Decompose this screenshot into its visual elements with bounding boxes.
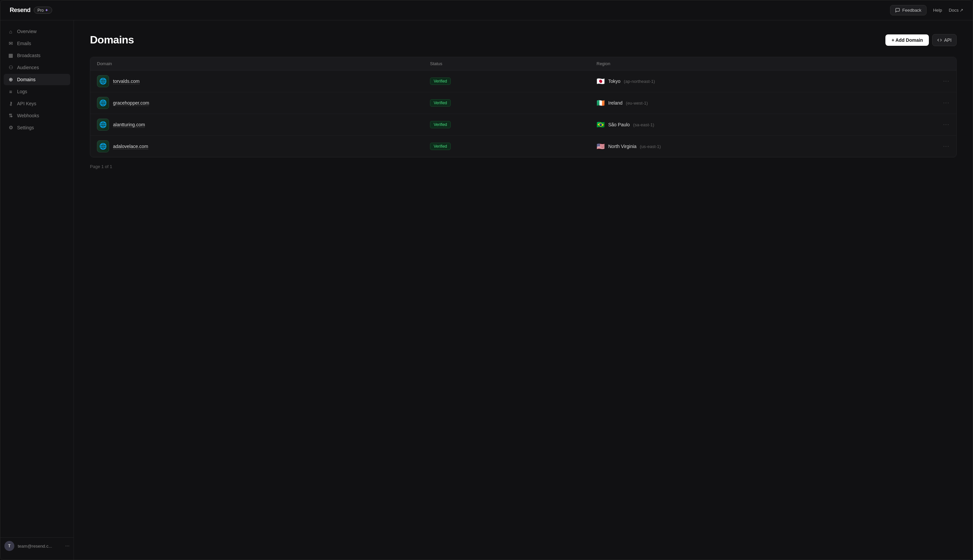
col-status: Status xyxy=(430,61,597,66)
flag-icon: 🇮🇪 xyxy=(597,99,605,107)
table-row[interactable]: 🌐 adalovelace.com Verified 🇺🇸 North Virg… xyxy=(90,136,956,157)
feedback-button[interactable]: Feedback xyxy=(890,5,926,15)
region-cell: 🇯🇵 Tokyo (ap-northeast-1) xyxy=(597,77,930,85)
sidebar-item-label: Webhooks xyxy=(17,113,39,118)
domain-name: gracehopper.com xyxy=(113,100,149,106)
domain-cell: 🌐 torvalds.com xyxy=(97,75,430,87)
flag-icon: 🇺🇸 xyxy=(597,142,605,150)
sidebar-item-label: Domains xyxy=(17,77,35,82)
domains-icon: ⊕ xyxy=(8,77,14,83)
help-link[interactable]: Help xyxy=(933,8,942,13)
chat-icon xyxy=(895,8,900,13)
status-cell: Verified xyxy=(430,143,597,150)
pro-label: Pro xyxy=(37,8,44,13)
main-layout: ⌂ Overview ✉ Emails ▦ Broadcasts ⚇ Audie… xyxy=(0,20,973,560)
flag-icon: 🇧🇷 xyxy=(597,121,605,128)
sidebar-item-webhooks[interactable]: ⇅ Webhooks xyxy=(4,110,70,121)
overview-icon: ⌂ xyxy=(8,28,14,34)
pagination: Page 1 of 1 xyxy=(90,164,956,169)
status-badge: Verified xyxy=(430,78,451,85)
sidebar-nav: ⌂ Overview ✉ Emails ▦ Broadcasts ⚇ Audie… xyxy=(0,26,74,537)
status-cell: Verified xyxy=(430,121,597,128)
table-row[interactable]: 🌐 gracehopper.com Verified 🇮🇪 Ireland (e… xyxy=(90,92,956,114)
table-header: Domain Status Region xyxy=(90,57,956,70)
sidebar-item-broadcasts[interactable]: ▦ Broadcasts xyxy=(4,50,70,61)
region-cell: 🇧🇷 São Paulo (sa-east-1) xyxy=(597,121,930,128)
page-title: Domains xyxy=(90,34,134,46)
settings-icon: ⚙ xyxy=(8,125,14,131)
col-region: Region xyxy=(597,61,930,66)
sidebar-item-audiences[interactable]: ⚇ Audiences xyxy=(4,62,70,73)
pro-badge: Pro ✦ xyxy=(34,7,52,14)
domain-cell: 🌐 gracehopper.com xyxy=(97,97,430,109)
domain-name: alantturing.com xyxy=(113,122,145,127)
domain-name: torvalds.com xyxy=(113,78,139,84)
docs-link[interactable]: Docs ↗ xyxy=(949,8,963,13)
row-menu-button[interactable]: ··· xyxy=(930,143,950,149)
user-menu[interactable]: T team@resend.c... ··· xyxy=(0,537,74,554)
user-menu-dots[interactable]: ··· xyxy=(65,543,70,549)
logo: Resend xyxy=(10,7,30,14)
sidebar-item-label: API Keys xyxy=(17,101,37,106)
status-badge: Verified xyxy=(430,143,451,150)
logs-icon: ≡ xyxy=(8,88,14,95)
region-name: São Paulo xyxy=(608,122,630,127)
domain-cell: 🌐 adalovelace.com xyxy=(97,140,430,152)
add-domain-button[interactable]: + Add Domain xyxy=(885,34,929,46)
api-button[interactable]: API xyxy=(932,34,956,46)
domain-icon: 🌐 xyxy=(97,75,109,87)
topnav: Resend Pro ✦ Feedback Help Docs ↗ xyxy=(0,0,973,20)
audiences-icon: ⚇ xyxy=(8,65,14,70)
status-cell: Verified xyxy=(430,99,597,107)
code-icon xyxy=(937,38,942,42)
page-header: Domains + Add Domain API xyxy=(90,34,956,46)
region-code: (ap-northeast-1) xyxy=(624,79,655,84)
row-menu-button[interactable]: ··· xyxy=(930,100,950,106)
status-badge: Verified xyxy=(430,99,451,107)
domain-icon: 🌐 xyxy=(97,118,109,131)
sidebar-item-overview[interactable]: ⌂ Overview xyxy=(4,26,70,37)
region-cell: 🇮🇪 Ireland (eu-west-1) xyxy=(597,99,930,107)
sidebar-item-api-keys[interactable]: ⚷ API Keys xyxy=(4,98,70,109)
webhooks-icon: ⇅ xyxy=(8,113,14,118)
domains-table: Domain Status Region 🌐 torvalds.com Veri… xyxy=(90,57,956,157)
domain-icon: 🌐 xyxy=(97,140,109,152)
user-email: team@resend.c... xyxy=(18,543,62,548)
pro-star: ✦ xyxy=(45,8,48,13)
col-domain: Domain xyxy=(97,61,430,66)
table-row[interactable]: 🌐 torvalds.com Verified 🇯🇵 Tokyo (ap-nor… xyxy=(90,70,956,92)
emails-icon: ✉ xyxy=(8,40,14,47)
region-code: (sa-east-1) xyxy=(633,122,654,127)
domain-cell: 🌐 alantturing.com xyxy=(97,118,430,131)
external-link-icon: ↗ xyxy=(960,8,963,13)
region-name: North Virginia xyxy=(608,144,637,149)
api-keys-icon: ⚷ xyxy=(8,100,14,107)
row-menu-button[interactable]: ··· xyxy=(930,122,950,128)
feedback-label: Feedback xyxy=(903,8,921,13)
topnav-left: Resend Pro ✦ xyxy=(10,7,52,14)
status-cell: Verified xyxy=(430,78,597,85)
avatar: T xyxy=(4,541,14,551)
table-row[interactable]: 🌐 alantturing.com Verified 🇧🇷 São Paulo … xyxy=(90,114,956,136)
sidebar-item-domains[interactable]: ⊕ Domains xyxy=(4,74,70,85)
sidebar-item-logs[interactable]: ≡ Logs xyxy=(4,86,70,97)
sidebar-item-label: Settings xyxy=(17,125,34,130)
sidebar-item-settings[interactable]: ⚙ Settings xyxy=(4,122,70,133)
domain-name: adalovelace.com xyxy=(113,144,148,149)
region-name: Tokyo xyxy=(608,78,620,84)
header-actions: + Add Domain API xyxy=(885,34,956,46)
broadcasts-icon: ▦ xyxy=(8,52,14,58)
region-name: Ireland xyxy=(608,100,623,106)
sidebar-item-label: Audiences xyxy=(17,65,39,70)
sidebar: ⌂ Overview ✉ Emails ▦ Broadcasts ⚇ Audie… xyxy=(0,20,74,560)
region-code: (us-east-1) xyxy=(640,144,661,149)
status-badge: Verified xyxy=(430,121,451,128)
row-menu-button[interactable]: ··· xyxy=(930,78,950,84)
domain-icon: 🌐 xyxy=(97,97,109,109)
region-code: (eu-west-1) xyxy=(626,100,648,106)
sidebar-item-label: Emails xyxy=(17,41,31,46)
sidebar-item-emails[interactable]: ✉ Emails xyxy=(4,38,70,49)
sidebar-item-label: Broadcasts xyxy=(17,53,40,58)
topnav-right: Feedback Help Docs ↗ xyxy=(890,5,963,15)
sidebar-item-label: Overview xyxy=(17,29,37,34)
